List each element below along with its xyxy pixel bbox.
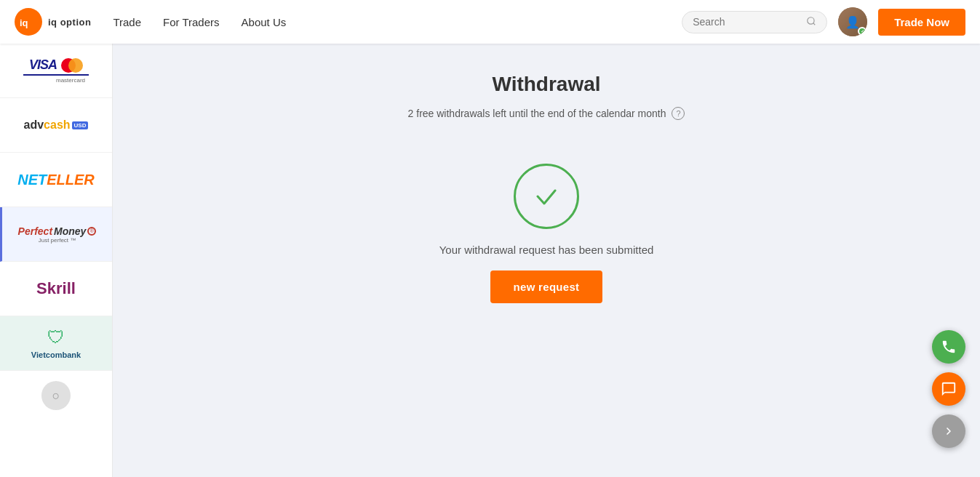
navbar: iq iq option Trade For Traders About Us … (0, 0, 980, 44)
visa-underline (23, 74, 89, 76)
advcash-text: advcash (24, 119, 71, 132)
nav-right: 👤 Trade Now (682, 7, 965, 36)
partial-logo: ○ (41, 381, 71, 410)
mastercard-label: mastercard (23, 77, 89, 84)
fab-arrow-button[interactable] (932, 414, 965, 448)
pm-money-text: Money (54, 225, 86, 237)
main-content: VISA mastercard advcash USD (0, 44, 980, 477)
vcb-text: Vietcombank (31, 350, 81, 359)
visa-text: VISA (29, 57, 57, 73)
perfect-money-logo: Perfect Money ® Just perfect ™ (18, 225, 97, 244)
logo[interactable]: iq iq option (15, 8, 91, 36)
checkmark-icon (532, 182, 561, 211)
phone-icon (941, 339, 957, 355)
sidebar-item-skrill[interactable]: Skrill (0, 262, 112, 316)
pm-tagline: Just perfect ™ (39, 237, 76, 244)
logo-text: iq option (48, 17, 91, 28)
free-withdrawals-text: 2 free withdrawals left until the end of… (408, 108, 666, 119)
neteller-logo: NETELLER (17, 172, 95, 188)
pm-registered-icon: ® (87, 227, 96, 236)
advcash-logo: advcash USD (24, 119, 89, 132)
usd-badge: USD (72, 121, 89, 129)
nav-trade[interactable]: Trade (113, 16, 141, 28)
vcb-shield-icon: 🛡 (47, 327, 65, 348)
avatar-verified-badge (858, 27, 867, 36)
sidebar-item-neteller[interactable]: NETELLER (0, 153, 112, 207)
iq-option-logo: iq (15, 8, 42, 36)
sidebar-item-vietcombank[interactable]: 🛡 Vietcombank (0, 316, 112, 371)
free-withdrawals-info: 2 free withdrawals left until the end of… (408, 107, 685, 120)
svg-line-3 (813, 23, 816, 25)
right-content: Withdrawal 2 free withdrawals left until… (113, 44, 980, 477)
search-icon (806, 16, 816, 28)
trade-now-button[interactable]: Trade Now (878, 9, 965, 36)
success-message: Your withdrawal request has been submitt… (439, 244, 654, 256)
search-box[interactable] (682, 11, 827, 33)
pm-perfect-text: Perfect (18, 225, 52, 237)
svg-text:iq: iq (20, 17, 28, 28)
nav-about-us[interactable]: About Us (242, 16, 287, 28)
svg-point-0 (15, 8, 42, 36)
visa-mc-logo: VISA mastercard (23, 57, 89, 84)
mastercard-icon (61, 58, 83, 73)
success-circle (514, 164, 579, 229)
svg-point-2 (808, 17, 814, 23)
avatar[interactable]: 👤 (838, 7, 867, 36)
nav-links: Trade For Traders About Us (113, 16, 682, 28)
arrow-right-icon (943, 425, 955, 437)
page-title: Withdrawal (492, 73, 600, 96)
skrill-logo: Skrill (36, 279, 76, 298)
sidebar: VISA mastercard advcash USD (0, 44, 113, 477)
sidebar-item-visa-mc[interactable]: VISA mastercard (0, 44, 112, 98)
success-area: Your withdrawal request has been submitt… (439, 164, 654, 303)
sidebar-item-partial[interactable]: ○ (0, 371, 112, 420)
vietcombank-logo: 🛡 Vietcombank (31, 327, 81, 359)
sidebar-item-perfect-money[interactable]: Perfect Money ® Just perfect ™ (0, 207, 112, 262)
fab-container (932, 330, 965, 448)
fab-phone-button[interactable] (932, 330, 965, 364)
chat-icon (941, 381, 957, 397)
fab-chat-button[interactable] (932, 372, 965, 406)
new-request-button[interactable]: new request (490, 270, 603, 303)
info-icon[interactable]: ? (672, 107, 685, 120)
search-input[interactable] (693, 16, 800, 28)
sidebar-item-advcash[interactable]: advcash USD (0, 98, 112, 153)
nav-for-traders[interactable]: For Traders (163, 16, 220, 28)
